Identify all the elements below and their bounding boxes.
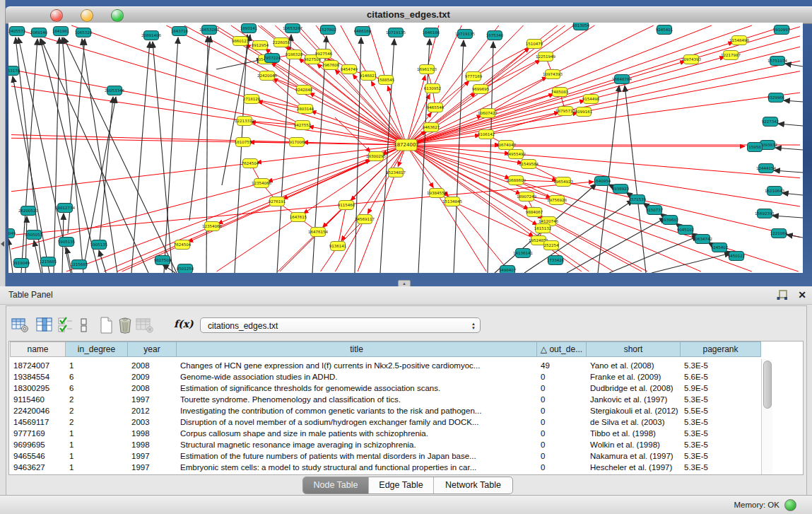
table-cell: 49 — [537, 360, 586, 371]
table-row[interactable]: 946362711997Embryonic stem cells: a mode… — [0, 462, 812, 473]
table-cell: 22420046 — [10, 405, 65, 416]
graph-node-label: 10653287 — [199, 28, 219, 32]
graph-node-label: 8912954 — [252, 43, 269, 47]
table-row[interactable]: 1872400712008Changes of HCN gene express… — [0, 360, 812, 371]
graph-node-label: 8186328 — [286, 52, 303, 57]
graph-node-label: 8938923 — [612, 187, 630, 191]
graph-node-label: 12251949 — [536, 54, 555, 59]
table-row[interactable]: 946554611997Estimation of the future num… — [0, 450, 812, 462]
function-builder-icon[interactable]: f(x) — [174, 318, 194, 329]
table-cell: Tibbo et al. (1998) — [587, 428, 680, 439]
table-cell: Structural magnetic resonance image aver… — [177, 439, 536, 450]
column-header-in_degree[interactable]: in_degree — [66, 341, 128, 357]
graph-node-label: 18300295 — [366, 154, 386, 158]
table-panel-title: Table Panel — [8, 290, 53, 300]
graph-node-label: 9276191 — [269, 199, 286, 204]
graph-node-label: 9146821 — [360, 74, 377, 78]
graph-node-label: 917006 — [290, 140, 305, 144]
table-cell: Franke et al. (2009) — [587, 371, 680, 382]
table-select-dropdown[interactable]: citations_edges.txt ▲▼ — [200, 317, 481, 333]
network-window-titlebar[interactable]: citations_edges.txt — [5, 6, 812, 24]
graph-node-label: 7624504 — [242, 161, 259, 165]
graph-node-label: 9927546 — [315, 52, 333, 56]
table-row[interactable]: 911546021997Tourette syndrome. Phenomeno… — [0, 394, 812, 405]
close-panel-icon[interactable]: ✕ — [796, 288, 808, 301]
select-columns-icon[interactable] — [35, 317, 54, 334]
tab-node-table[interactable]: Node Table — [303, 477, 369, 493]
graph-node-label: 9465546 — [427, 105, 445, 110]
tab-network-table[interactable]: Network Table — [434, 477, 512, 493]
table-cell: 9699695 — [10, 439, 65, 450]
window-title: citations_edges.txt — [5, 9, 812, 20]
graph-node-label: 2718120 — [243, 97, 261, 101]
collapse-left-panel-icon[interactable] — [1, 241, 4, 247]
graph-node-label: 12354066 — [252, 181, 271, 185]
graph-node-label: 1215685 — [71, 262, 88, 267]
table-cell: Hescheler et al. (1997) — [587, 462, 680, 473]
table-mode-icon[interactable] — [11, 317, 30, 334]
graph-node-label: 12217987 — [721, 53, 741, 57]
graph-node-label: 15134845 — [442, 199, 462, 204]
graph-node-label: 7957224 — [264, 56, 281, 60]
column-header-name[interactable]: name — [10, 341, 66, 357]
table-row[interactable]: 1456911722003Disruption of a novel membe… — [0, 416, 812, 428]
graph-node-label: 9245402 — [711, 245, 729, 250]
table-row[interactable]: 2242004622012Investigating the contribut… — [0, 405, 812, 416]
table-cell: 0 — [537, 416, 586, 428]
table-cell: 5.3E-5 — [681, 450, 760, 462]
graph-node-label: 15751074 — [767, 59, 787, 63]
toggle-rows-icon[interactable] — [80, 317, 88, 334]
table-cell: 1997 — [128, 450, 176, 462]
column-header-out_de[interactable]: △ out_de... — [537, 341, 587, 357]
graph-node-label: 1215685 — [40, 259, 57, 264]
table-cell: 9465546 — [10, 450, 65, 462]
table-header-row: namein_degreeyeartitle△ out_de...shortpa… — [0, 341, 812, 358]
table-row[interactable]: 977716911998Corpus callosum shape and si… — [0, 428, 812, 439]
table-cell: 0 — [537, 450, 586, 462]
column-header-pagerank[interactable]: pagerank — [681, 341, 761, 357]
graph-node-label: 14120746 — [539, 219, 558, 223]
graph-node-label: 2803144 — [297, 107, 314, 111]
table-select-value: citations_edges.txt — [208, 321, 278, 331]
table-cell: 18724007 — [10, 360, 65, 371]
table-cell: Disruption of a novel member of a sodium… — [177, 416, 536, 428]
graph-node-label: 9860123 — [232, 39, 249, 43]
table-cell: 1998 — [128, 439, 176, 450]
graph-node-label: 10688609 — [506, 178, 526, 182]
new-table-icon[interactable] — [98, 317, 114, 334]
network-view-canvas[interactable]: 9860123891295422260581054334281863289827… — [8, 23, 803, 273]
table-row[interactable]: 1938455462009Genome-wide association stu… — [0, 371, 812, 382]
table-cell: 9115460 — [10, 394, 65, 405]
table-cell: 0 — [537, 439, 586, 450]
float-panel-icon[interactable] — [776, 289, 789, 302]
graph-node-label: 16648784 — [612, 77, 632, 81]
graph-node-label: 9245401 — [656, 28, 673, 32]
tab-edge-table[interactable]: Edge Table — [369, 477, 434, 493]
table-cell: 1997 — [128, 462, 176, 473]
table-row[interactable]: 1830029562008Estimation of significance … — [0, 382, 812, 394]
graph-node-label: 2226058 — [273, 40, 290, 45]
graph-node-label: 5905135 — [90, 243, 108, 247]
scrollbar-thumb[interactable] — [763, 361, 772, 409]
delete-trash-icon[interactable] — [117, 317, 133, 334]
graph-node-label: 15692391 — [755, 211, 775, 216]
graph-node-label: 8813054 — [572, 23, 590, 28]
column-header-short[interactable]: short — [587, 341, 681, 357]
table-cell: 1 — [66, 428, 127, 439]
column-header-title[interactable]: title — [177, 341, 537, 357]
graph-node-label: 19384554 — [427, 191, 447, 195]
graph-node-label: 9777169 — [465, 74, 483, 78]
memory-status-indicator[interactable] — [784, 499, 796, 511]
table-tabs: Node TableEdge TableNetwork Table — [302, 477, 513, 494]
table-cell: 2 — [66, 394, 127, 405]
table-row[interactable]: 969969511998Structural magnetic resonanc… — [0, 439, 812, 450]
column-header-year[interactable]: year — [128, 341, 177, 357]
graph-node-label: 8501254 — [177, 267, 194, 271]
table-scrollbar[interactable] — [761, 359, 772, 474]
select-rows-icon[interactable] — [58, 317, 73, 334]
table-cell: 2 — [66, 405, 127, 416]
table-cell: 5.6E-5 — [681, 371, 760, 382]
table-cell: Tourette syndrome. Phenomenology and cla… — [177, 394, 536, 405]
graph-node-label: 18907249 — [517, 194, 536, 199]
graph-node-label: 1065328 — [75, 30, 93, 35]
